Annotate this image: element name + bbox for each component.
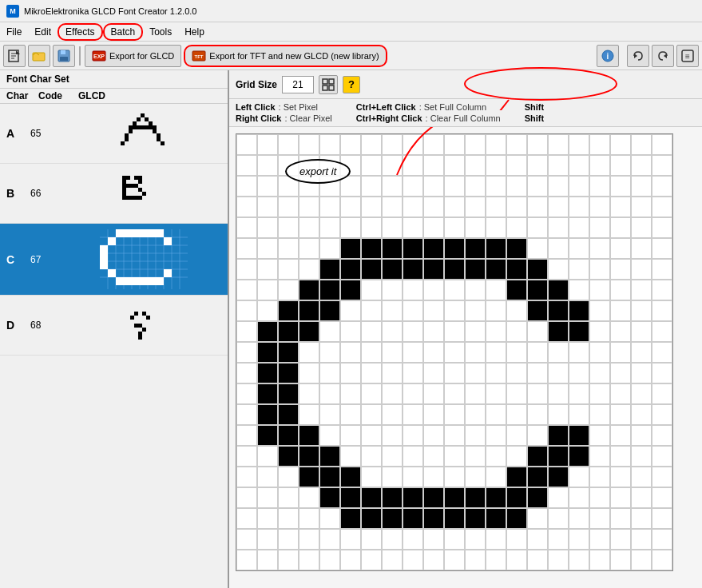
pixel-cell[interactable] [382, 280, 403, 300]
pixel-cell[interactable] [340, 363, 361, 383]
pixel-cell[interactable] [548, 550, 569, 570]
pixel-cell[interactable] [548, 363, 569, 383]
pixel-cell[interactable] [278, 134, 299, 155]
pixel-cell[interactable] [278, 155, 299, 176]
pixel-cell[interactable] [382, 550, 403, 570]
pixel-cell[interactable] [423, 238, 444, 259]
pixel-cell[interactable] [652, 134, 672, 155]
pixel-cell[interactable] [589, 383, 610, 404]
pixel-cell[interactable] [548, 155, 569, 176]
pixel-cell[interactable] [361, 383, 382, 404]
pixel-cell[interactable] [299, 217, 319, 238]
pixel-cell[interactable] [403, 176, 423, 197]
pixel-cell[interactable] [465, 300, 486, 321]
pixel-cell[interactable] [257, 550, 278, 570]
pixel-cell[interactable] [444, 300, 465, 321]
pixel-cell[interactable] [486, 425, 506, 446]
pixel-cell[interactable] [299, 280, 319, 300]
pixel-cell[interactable] [319, 363, 340, 383]
char-row-d[interactable]: D 68 [0, 296, 228, 356]
pixel-cell[interactable] [610, 404, 631, 425]
pixel-cell[interactable] [278, 197, 299, 217]
pixel-cell[interactable] [548, 425, 569, 446]
open-button[interactable] [28, 45, 50, 67]
menu-batch[interactable]: Batch [103, 23, 144, 41]
pixel-cell[interactable] [444, 467, 465, 487]
pixel-cell[interactable] [527, 176, 548, 197]
pixel-cell[interactable] [527, 487, 548, 508]
pixel-cell[interactable] [403, 446, 423, 467]
extra-btn-2[interactable]: ≡ [676, 45, 699, 67]
pixel-cell[interactable] [589, 425, 610, 446]
pixel-cell[interactable] [278, 176, 299, 197]
pixel-cell[interactable] [382, 425, 403, 446]
pixel-cell[interactable] [486, 508, 506, 529]
pixel-cell[interactable] [340, 176, 361, 197]
pixel-cell[interactable] [382, 155, 403, 176]
pixel-cell[interactable] [569, 197, 589, 217]
pixel-cell[interactable] [527, 238, 548, 259]
pixel-cell[interactable] [506, 300, 527, 321]
pixel-cell[interactable] [382, 197, 403, 217]
pixel-cell[interactable] [589, 134, 610, 155]
pixel-cell[interactable] [278, 363, 299, 383]
pixel-cell[interactable] [299, 550, 319, 570]
pixel-cell[interactable] [652, 197, 672, 217]
pixel-cell[interactable] [548, 217, 569, 238]
pixel-cell[interactable] [340, 425, 361, 446]
pixel-cell[interactable] [548, 280, 569, 300]
pixel-cell[interactable] [319, 487, 340, 508]
pixel-cell[interactable] [652, 176, 672, 197]
pixel-cell[interactable] [340, 487, 361, 508]
pixel-cell[interactable] [403, 383, 423, 404]
pixel-cell[interactable] [382, 134, 403, 155]
pixel-cell[interactable] [589, 155, 610, 176]
pixel-cell[interactable] [631, 550, 652, 570]
pixel-cell[interactable] [403, 529, 423, 550]
pixel-cell[interactable] [569, 259, 589, 280]
pixel-cell[interactable] [506, 176, 527, 197]
pixel-cell[interactable] [631, 467, 652, 487]
pixel-cell[interactable] [631, 446, 652, 467]
pixel-cell[interactable] [631, 238, 652, 259]
pixel-cell[interactable] [299, 176, 319, 197]
pixel-cell[interactable] [236, 467, 257, 487]
pixel-cell[interactable] [465, 508, 486, 529]
pixel-cell[interactable] [382, 217, 403, 238]
pixel-cell[interactable] [465, 259, 486, 280]
pixel-cell[interactable] [361, 342, 382, 363]
pixel-cell[interactable] [486, 155, 506, 176]
pixel-cell[interactable] [278, 404, 299, 425]
pixel-cell[interactable] [465, 363, 486, 383]
pixel-cell[interactable] [403, 363, 423, 383]
pixel-cell[interactable] [631, 280, 652, 300]
pixel-cell[interactable] [610, 197, 631, 217]
pixel-cell[interactable] [548, 259, 569, 280]
pixel-cell[interactable] [340, 404, 361, 425]
pixel-cell[interactable] [548, 321, 569, 342]
pixel-cell[interactable] [506, 404, 527, 425]
pixel-cell[interactable] [444, 383, 465, 404]
pixel-cell[interactable] [652, 217, 672, 238]
pixel-cell[interactable] [610, 342, 631, 363]
pixel-cell[interactable] [631, 197, 652, 217]
pixel-cell[interactable] [569, 467, 589, 487]
char-row-a[interactable]: A 65 [0, 104, 228, 164]
pixel-cell[interactable] [652, 508, 672, 529]
pixel-cell[interactable] [236, 446, 257, 467]
pixel-cell[interactable] [319, 155, 340, 176]
pixel-cell[interactable] [444, 508, 465, 529]
pixel-cell[interactable] [506, 134, 527, 155]
pixel-cell[interactable] [278, 342, 299, 363]
pixel-cell[interactable] [589, 446, 610, 467]
pixel-cell[interactable] [465, 280, 486, 300]
pixel-cell[interactable] [610, 176, 631, 197]
pixel-cell[interactable] [257, 155, 278, 176]
pixel-cell[interactable] [631, 300, 652, 321]
pixel-cell[interactable] [652, 321, 672, 342]
pixel-cell[interactable] [319, 321, 340, 342]
pixel-cell[interactable] [361, 176, 382, 197]
pixel-cell[interactable] [506, 217, 527, 238]
pixel-cell[interactable] [299, 425, 319, 446]
pixel-cell[interactable] [340, 529, 361, 550]
